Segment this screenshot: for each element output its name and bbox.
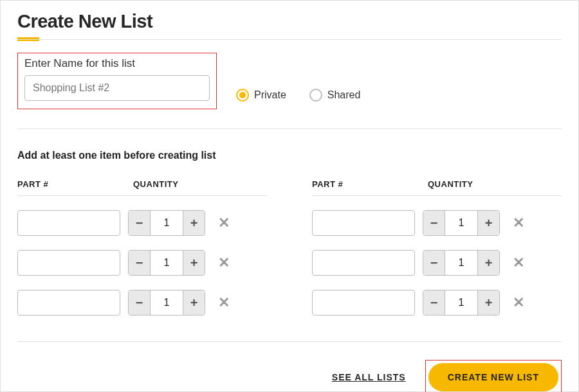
qty-decrement-button[interactable]: − (129, 290, 151, 315)
radio-dot-icon (309, 89, 322, 102)
qty-value-input[interactable] (445, 211, 477, 235)
column-header: PART # QUANTITY (312, 179, 562, 196)
item-row: − + ✕ (312, 250, 562, 276)
qty-increment-button[interactable]: + (477, 211, 499, 235)
section-divider (17, 129, 562, 129)
part-number-input[interactable] (312, 210, 415, 236)
qty-value-input[interactable] (151, 251, 183, 275)
qty-decrement-button[interactable]: − (423, 251, 445, 275)
part-number-input[interactable] (17, 250, 120, 276)
part-number-input[interactable] (312, 250, 415, 276)
section-divider (17, 341, 562, 342)
remove-row-icon[interactable]: ✕ (218, 215, 230, 231)
item-columns: PART # QUANTITY − + ✕ − + ✕ (17, 179, 562, 316)
part-number-input[interactable] (17, 290, 120, 316)
item-row: − + ✕ (312, 210, 562, 236)
item-row: − + ✕ (17, 290, 267, 316)
remove-row-icon[interactable]: ✕ (513, 254, 524, 271)
quantity-stepper: − + (128, 250, 205, 276)
visibility-shared-label: Shared (327, 89, 361, 101)
see-all-lists-link[interactable]: SEE ALL LISTS (332, 372, 406, 382)
quantity-stepper: − + (423, 210, 500, 236)
qty-increment-button[interactable]: + (183, 251, 205, 275)
quantity-stepper: − + (423, 250, 500, 276)
visibility-private-label: Private (254, 89, 286, 101)
visibility-radios: Private Shared (236, 89, 360, 102)
qty-value-input[interactable] (151, 290, 183, 315)
quantity-stepper: − + (128, 290, 205, 316)
part-number-input[interactable] (312, 290, 415, 316)
header-part: PART # (312, 179, 428, 189)
qty-increment-button[interactable]: + (183, 290, 205, 315)
remove-row-icon[interactable]: ✕ (218, 254, 230, 271)
list-name-input[interactable] (24, 75, 210, 101)
qty-decrement-button[interactable]: − (423, 211, 445, 235)
item-row: − + ✕ (17, 210, 267, 236)
qty-decrement-button[interactable]: − (423, 290, 445, 315)
form-actions: SEE ALL LISTS CREATE NEW LIST (17, 360, 562, 392)
qty-increment-button[interactable]: + (477, 290, 499, 315)
create-list-panel: Create New List Enter Name for this list… (0, 0, 579, 392)
header-qty: QUANTITY (428, 179, 473, 189)
items-right-column: PART # QUANTITY − + ✕ − + ✕ (312, 179, 562, 316)
page-title: Create New List (17, 8, 562, 32)
qty-increment-button[interactable]: + (477, 251, 499, 275)
item-row: − + ✕ (312, 290, 562, 316)
title-rule (17, 39, 562, 40)
visibility-private-radio[interactable]: Private (236, 89, 286, 102)
column-header: PART # QUANTITY (17, 179, 267, 196)
item-row: − + ✕ (17, 250, 267, 276)
qty-decrement-button[interactable]: − (129, 251, 151, 275)
list-name-label: Enter Name for this list (24, 57, 210, 70)
radio-dot-icon (236, 89, 249, 102)
remove-row-icon[interactable]: ✕ (218, 294, 230, 311)
remove-row-icon[interactable]: ✕ (513, 294, 524, 311)
quantity-stepper: − + (423, 290, 500, 316)
qty-value-input[interactable] (445, 251, 477, 275)
qty-decrement-button[interactable]: − (129, 211, 151, 235)
part-number-input[interactable] (17, 210, 120, 236)
remove-row-icon[interactable]: ✕ (513, 215, 524, 231)
create-new-list-button[interactable]: CREATE NEW LIST (428, 363, 558, 391)
list-name-block: Enter Name for this list (17, 53, 217, 109)
qty-value-input[interactable] (151, 211, 183, 235)
quantity-stepper: − + (128, 210, 205, 236)
header-part: PART # (17, 179, 133, 189)
name-and-visibility-row: Enter Name for this list Private Shared (17, 53, 562, 109)
qty-value-input[interactable] (445, 290, 477, 315)
create-highlight-box: CREATE NEW LIST (425, 360, 562, 392)
visibility-shared-radio[interactable]: Shared (309, 89, 361, 102)
qty-increment-button[interactable]: + (183, 211, 205, 235)
items-instruction: Add at least one item before creating li… (17, 150, 562, 161)
items-left-column: PART # QUANTITY − + ✕ − + ✕ (17, 179, 267, 316)
header-qty: QUANTITY (133, 179, 178, 189)
